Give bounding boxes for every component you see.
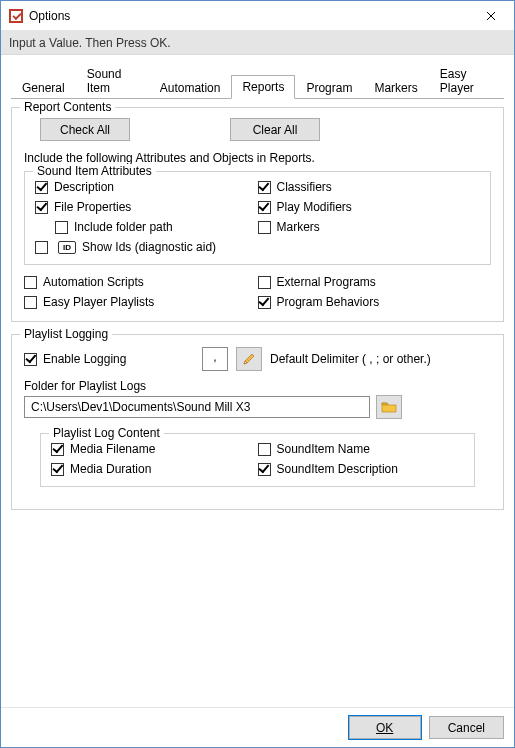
objects-col-right: External Programs Program Behaviors (258, 275, 492, 309)
log-content-col-left: Media Filename Media Duration (51, 442, 258, 476)
cancel-button[interactable]: Cancel (429, 716, 504, 739)
chk-label: File Properties (54, 200, 131, 214)
attr-col-left: Description File Properties Include fold… (35, 180, 258, 254)
log-content-col-right: SoundItem Name SoundItem Description (258, 442, 465, 476)
checkbox-icon (258, 463, 271, 476)
group-sound-item-attributes: Sound Item Attributes Description File P… (24, 171, 491, 265)
folder-path-row: C:\Users\Dev1\Documents\Sound Mill X3 (24, 395, 491, 419)
include-text: Include the following Attributes and Obj… (24, 151, 491, 165)
tab-easy-player[interactable]: Easy Player (429, 62, 504, 99)
legend-playlist-logging: Playlist Logging (20, 327, 112, 341)
legend-report-contents: Report Contents (20, 100, 115, 114)
group-playlist-log-content: Playlist Log Content Media Filename Medi… (40, 433, 475, 487)
close-icon (486, 11, 496, 21)
tab-markers[interactable]: Markers (363, 76, 428, 99)
chk-easy-player-playlists[interactable]: Easy Player Playlists (24, 295, 258, 309)
chk-automation-scripts[interactable]: Automation Scripts (24, 275, 258, 289)
tab-sound-item[interactable]: Sound Item (76, 62, 149, 99)
check-clear-row: Check All Clear All (24, 118, 491, 141)
chk-include-folder-path[interactable]: Include folder path (55, 220, 258, 234)
checkbox-icon (35, 201, 48, 214)
window-title: Options (29, 9, 468, 23)
tab-general[interactable]: General (11, 76, 76, 99)
chk-label: Play Modifiers (277, 200, 352, 214)
info-text: Input a Value. Then Press OK. (9, 36, 171, 50)
app-icon (9, 9, 23, 23)
ok-button[interactable]: OK (349, 716, 421, 739)
browse-folder-button[interactable] (376, 395, 402, 419)
checkbox-icon (258, 296, 271, 309)
chk-classifiers[interactable]: Classifiers (258, 180, 481, 194)
chk-label: Media Filename (70, 442, 155, 456)
chk-label: Description (54, 180, 114, 194)
legend-sound-item-attributes: Sound Item Attributes (33, 164, 156, 178)
chk-label: Enable Logging (43, 352, 126, 366)
legend-playlist-log-content: Playlist Log Content (49, 426, 164, 440)
chk-label: SoundItem Description (277, 462, 398, 476)
chk-external-programs[interactable]: External Programs (258, 275, 492, 289)
chk-file-properties[interactable]: File Properties (35, 200, 258, 214)
checkbox-icon (55, 221, 68, 234)
ok-label: OK (376, 721, 393, 735)
info-bar: Input a Value. Then Press OK. (1, 31, 514, 55)
checkbox-icon (35, 241, 48, 254)
chk-label: Classifiers (277, 180, 332, 194)
folder-path-input[interactable]: C:\Users\Dev1\Documents\Sound Mill X3 (24, 396, 370, 418)
close-button[interactable] (468, 1, 514, 31)
chk-media-duration[interactable]: Media Duration (51, 462, 258, 476)
folder-icon (381, 400, 397, 414)
attr-col-right: Classifiers Play Modifiers Markers (258, 180, 481, 254)
chk-label: Media Duration (70, 462, 151, 476)
checkbox-icon (258, 443, 271, 456)
chk-label: SoundItem Name (277, 442, 370, 456)
edit-delimiter-button[interactable] (236, 347, 262, 371)
checkbox-icon (51, 463, 64, 476)
chk-label: Automation Scripts (43, 275, 144, 289)
chk-label: Show Ids (diagnostic aid) (82, 240, 216, 254)
chk-label: Include folder path (74, 220, 173, 234)
chk-sounditem-description[interactable]: SoundItem Description (258, 462, 465, 476)
tab-program[interactable]: Program (295, 76, 363, 99)
tab-automation[interactable]: Automation (149, 76, 232, 99)
chk-label: Program Behaviors (277, 295, 380, 309)
chk-program-behaviors[interactable]: Program Behaviors (258, 295, 492, 309)
objects-columns: Automation Scripts Easy Player Playlists… (24, 275, 491, 309)
checkbox-icon (51, 443, 64, 456)
attr-columns: Description File Properties Include fold… (35, 180, 480, 254)
checkbox-icon (35, 181, 48, 194)
checkbox-icon (24, 296, 37, 309)
chk-show-ids[interactable]: ID Show Ids (diagnostic aid) (35, 240, 258, 254)
group-report-contents: Report Contents Check All Clear All Incl… (11, 107, 504, 322)
chk-play-modifiers[interactable]: Play Modifiers (258, 200, 481, 214)
tab-strip: General Sound Item Automation Reports Pr… (11, 61, 504, 99)
chk-media-filename[interactable]: Media Filename (51, 442, 258, 456)
group-playlist-logging: Playlist Logging Enable Logging , Defaul… (11, 334, 504, 510)
checkbox-icon (258, 201, 271, 214)
chk-label: External Programs (277, 275, 376, 289)
checkbox-icon (258, 221, 271, 234)
dialog-button-bar: OK Cancel (1, 707, 514, 747)
checkbox-icon (24, 276, 37, 289)
checkbox-icon (258, 276, 271, 289)
default-delimiter-label: Default Delimiter ( , ; or other.) (270, 352, 431, 366)
chk-label: Easy Player Playlists (43, 295, 154, 309)
id-badge-icon: ID (58, 241, 76, 254)
title-bar: Options (1, 1, 514, 31)
chk-enable-logging[interactable]: Enable Logging (24, 352, 194, 366)
clear-all-button[interactable]: Clear All (230, 118, 320, 141)
enable-logging-row: Enable Logging , Default Delimiter ( , ;… (24, 347, 491, 371)
content-area: General Sound Item Automation Reports Pr… (1, 55, 514, 707)
folder-label: Folder for Playlist Logs (24, 379, 491, 393)
chk-markers[interactable]: Markers (258, 220, 481, 234)
chk-description[interactable]: Description (35, 180, 258, 194)
objects-col-left: Automation Scripts Easy Player Playlists (24, 275, 258, 309)
checkbox-icon (258, 181, 271, 194)
log-content-columns: Media Filename Media Duration SoundItem … (51, 442, 464, 476)
check-all-button[interactable]: Check All (40, 118, 130, 141)
options-window: Options Input a Value. Then Press OK. Ge… (0, 0, 515, 748)
tab-reports[interactable]: Reports (231, 75, 295, 99)
pencil-icon (242, 352, 256, 366)
chk-sounditem-name[interactable]: SoundItem Name (258, 442, 465, 456)
checkbox-icon (24, 353, 37, 366)
delimiter-input[interactable]: , (202, 347, 228, 371)
